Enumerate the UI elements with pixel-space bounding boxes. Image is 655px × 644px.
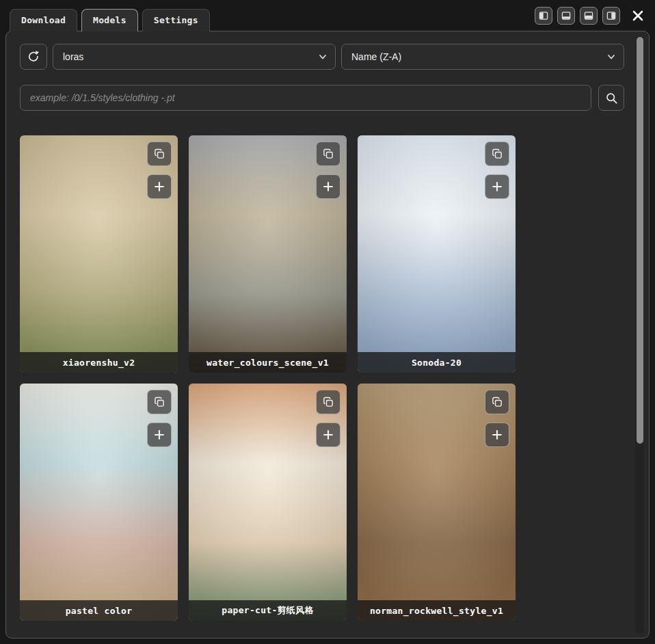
model-name: paper-cut-剪纸风格 — [189, 600, 347, 621]
copy-icon — [322, 148, 334, 160]
model-card-buttons — [485, 390, 509, 447]
plus-icon — [322, 429, 334, 441]
copy-model-button[interactable] — [485, 142, 509, 166]
copy-model-button[interactable] — [485, 390, 509, 414]
dock-bottom-large-icon — [583, 10, 594, 21]
copy-model-button[interactable] — [316, 390, 340, 414]
model-card-buttons — [316, 390, 340, 447]
copy-icon — [491, 396, 503, 408]
add-model-button[interactable] — [147, 422, 172, 447]
model-card[interactable]: norman_rockwell_style_v1 — [358, 384, 516, 621]
model-card-buttons — [147, 142, 172, 199]
model-name: norman_rockwell_style_v1 — [358, 600, 516, 621]
dock-bottom-icon — [561, 10, 572, 21]
tab-models[interactable]: Models — [81, 9, 138, 31]
add-model-button[interactable] — [147, 174, 172, 199]
refresh-icon — [27, 50, 40, 64]
add-model-button[interactable] — [485, 422, 509, 447]
copy-icon — [153, 396, 165, 408]
search-input[interactable] — [20, 85, 591, 111]
model-name: water_colours_scene_v1 — [189, 352, 347, 373]
copy-model-button[interactable] — [147, 142, 172, 166]
scrollbar-track[interactable] — [635, 36, 644, 634]
model-browser-window: Download Models Settings — [5, 5, 650, 639]
tab-bar: Download Models Settings — [10, 9, 210, 31]
tab-settings[interactable]: Settings — [142, 9, 210, 31]
add-model-button[interactable] — [316, 422, 340, 447]
copy-model-button[interactable] — [147, 390, 172, 414]
model-card-buttons — [147, 390, 172, 447]
sort-select[interactable]: Name (Z-A) — [341, 44, 624, 70]
model-name: xiaorenshu_v2 — [20, 352, 178, 373]
close-button[interactable] — [628, 5, 648, 26]
dock-right-icon — [606, 10, 617, 21]
toolbar: loras Name (Z-A) — [20, 44, 624, 70]
plus-icon — [322, 180, 334, 193]
dock-bottom-button[interactable] — [557, 7, 575, 25]
dock-left-icon — [538, 10, 549, 21]
search-icon — [605, 92, 618, 105]
model-grid: xiaorenshu_v2 water_colours_scene_v1 — [20, 135, 624, 621]
model-card-buttons — [485, 142, 509, 199]
chevron-down-icon — [319, 53, 327, 61]
model-name: pastel color — [20, 600, 178, 621]
chevron-down-icon — [607, 53, 615, 61]
search-row — [20, 85, 624, 111]
models-panel-content: loras Name (Z-A) — [6, 31, 649, 638]
plus-icon — [153, 180, 165, 193]
copy-icon — [153, 148, 165, 160]
models-panel: loras Name (Z-A) — [5, 31, 650, 639]
folder-select[interactable]: loras — [53, 44, 336, 70]
close-icon — [631, 9, 645, 23]
plus-icon — [153, 429, 165, 441]
model-card[interactable]: Sonoda-20 — [358, 135, 516, 373]
scrollbar-thumb[interactable] — [637, 37, 643, 444]
folder-select-value: loras — [63, 51, 83, 62]
copy-model-button[interactable] — [316, 142, 340, 166]
model-card[interactable]: water_colours_scene_v1 — [189, 135, 347, 373]
model-name: Sonoda-20 — [358, 352, 516, 373]
model-card[interactable]: pastel color — [20, 384, 178, 621]
copy-icon — [322, 396, 334, 408]
titlebar: Download Models Settings — [5, 5, 650, 31]
window-controls — [535, 5, 648, 31]
plus-icon — [491, 429, 503, 441]
search-button[interactable] — [598, 85, 624, 111]
tab-download[interactable]: Download — [10, 9, 77, 31]
dock-left-button[interactable] — [535, 7, 552, 25]
model-card[interactable]: xiaorenshu_v2 — [20, 135, 178, 373]
model-card-buttons — [316, 142, 340, 199]
add-model-button[interactable] — [316, 174, 340, 199]
copy-icon — [491, 148, 503, 160]
add-model-button[interactable] — [485, 174, 509, 199]
refresh-button[interactable] — [20, 44, 47, 70]
dock-bottom-large-button[interactable] — [580, 7, 598, 25]
model-card[interactable]: paper-cut-剪纸风格 — [189, 384, 347, 621]
dock-right-button[interactable] — [602, 7, 620, 25]
plus-icon — [491, 180, 503, 193]
sort-select-value: Name (Z-A) — [351, 51, 401, 62]
